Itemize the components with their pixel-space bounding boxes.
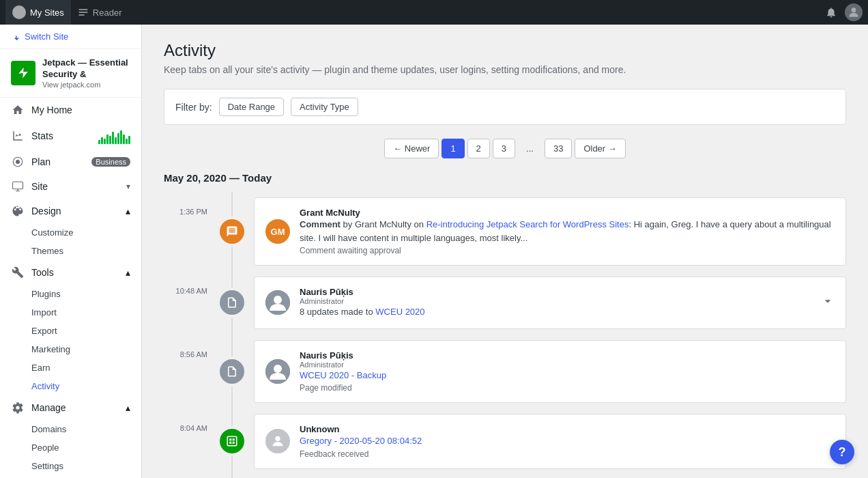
site-chevron-icon: ▾ — [126, 182, 130, 191]
plan-badge: Business — [91, 157, 130, 167]
activity-type-btn[interactable]: Activity Type — [291, 98, 358, 116]
sidebar-item-domains[interactable]: Domains — [0, 420, 141, 438]
page-1-btn[interactable]: 1 — [442, 139, 464, 158]
activity-user-name: Nauris Pūķis — [300, 287, 811, 297]
page-33-btn[interactable]: 33 — [545, 139, 572, 158]
svg-point-8 — [274, 365, 282, 373]
sidebar-item-wp-admin[interactable]: WP Admin — [0, 475, 141, 478]
activity-user-role: Administrator — [300, 361, 835, 369]
sidebar-item-site[interactable]: Site ▾ — [0, 174, 141, 199]
sidebar-item-people[interactable]: People — [0, 438, 141, 457]
activity-icon — [220, 359, 244, 384]
activity-description: WCEU 2020 - Backup — [300, 369, 835, 382]
page-desc: Keep tabs on all your site's activity — … — [164, 64, 846, 75]
my-sites-label: My Sites — [30, 8, 64, 18]
sidebar-item-earn[interactable]: Earn — [0, 358, 141, 377]
my-sites-btn[interactable]: My Sites — [5, 0, 71, 25]
time-stamp: 10:48 AM — [164, 271, 218, 335]
sidebar-item-export[interactable]: Export — [0, 322, 141, 340]
activity-info: Nauris Pūķis Administrator 8 updates mad… — [300, 287, 811, 319]
sidebar-item-customize[interactable]: Customize — [0, 223, 141, 242]
design-label: Design — [31, 206, 119, 216]
home-icon — [11, 103, 25, 117]
activity-description: Comment by Grant McNulty on Re-introduci… — [300, 218, 835, 244]
sidebar-item-settings[interactable]: Settings — [0, 457, 141, 475]
notifications-btn[interactable] — [820, 1, 842, 23]
svg-rect-13 — [233, 442, 235, 444]
activity-link[interactable]: Gregory - 2020-05-20 08:04:52 — [300, 436, 422, 446]
activity-icon — [220, 219, 244, 244]
svg-point-6 — [274, 296, 282, 304]
avatar: GM — [265, 219, 290, 244]
sidebar-item-my-home[interactable]: My Home — [0, 98, 141, 122]
wp-icon — [12, 5, 26, 19]
older-btn[interactable]: Older → — [575, 139, 625, 158]
site-icon — [11, 61, 35, 85]
svg-point-14 — [275, 436, 280, 441]
sidebar-item-design[interactable]: Design ▴ — [0, 199, 141, 223]
expand-btn[interactable] — [821, 294, 835, 311]
stats-label: Stats — [31, 130, 91, 141]
help-button[interactable]: ? — [830, 440, 854, 464]
table-row: 10:48 AM Nauris Pūķis — [164, 271, 846, 335]
manage-label: Manage — [31, 402, 119, 413]
timeline — [218, 192, 246, 271]
activity-list: 1:36 PM GM Grant McNulty — [164, 192, 846, 478]
tools-chevron-icon: ▴ — [126, 267, 130, 278]
page-2-btn[interactable]: 2 — [467, 139, 490, 158]
sidebar-item-stats[interactable]: Stats — [0, 122, 141, 150]
page-3-btn[interactable]: 3 — [493, 139, 515, 158]
activity-link[interactable]: WCEU 2020 - Backup — [300, 370, 386, 380]
newer-btn[interactable]: ← Newer — [384, 139, 439, 158]
time-stamp: 8:04 AM — [164, 408, 218, 475]
design-icon — [11, 204, 25, 218]
reader-label: Reader — [93, 8, 122, 18]
sidebar-item-manage[interactable]: Manage ▴ — [0, 395, 141, 420]
activity-sub-text: Feedback received — [300, 449, 835, 459]
switch-site-label: Switch Site — [25, 31, 68, 42]
site-header[interactable]: Jetpack — Essential Security & View jetp… — [0, 49, 141, 98]
activity-link[interactable]: Re-introducing Jetpack Search for WordPr… — [426, 219, 629, 229]
help-icon: ? — [839, 445, 846, 460]
activity-user-name: Grant McNulty — [300, 208, 835, 218]
plan-icon — [11, 155, 25, 169]
table-row: 7:30 AM Nauris Pūķis — [164, 475, 846, 479]
reader-btn[interactable]: Reader — [71, 0, 129, 25]
sidebar-item-tools[interactable]: Tools ▴ — [0, 260, 141, 285]
sidebar-item-import[interactable]: Import — [0, 303, 141, 322]
sidebar-item-plugins[interactable]: Plugins — [0, 285, 141, 303]
activity-user-name: Nauris Pūķis — [300, 350, 835, 361]
user-avatar[interactable] — [845, 3, 863, 21]
site-info: Jetpack — Essential Security & View jetp… — [42, 57, 130, 89]
sidebar-item-plan[interactable]: Plan Business — [0, 150, 141, 174]
plan-label: Plan — [31, 156, 85, 167]
sidebar-item-themes[interactable]: Themes — [0, 242, 141, 260]
manage-chevron-icon: ▴ — [126, 402, 130, 413]
activity-sub-text: Page modified — [300, 383, 835, 393]
tools-icon — [11, 266, 25, 279]
stats-mini-chart — [98, 128, 130, 144]
svg-rect-11 — [233, 439, 235, 441]
date-header: May 20, 2020 — Today — [164, 172, 846, 184]
list-item: Unknown Gregory - 2020-05-20 08:04:52 Fe… — [254, 414, 846, 469]
list-item: GM Grant McNulty Comment by Grant McNult… — [254, 197, 846, 266]
timeline — [218, 271, 246, 335]
activity-info: Unknown Gregory - 2020-05-20 08:04:52 Fe… — [300, 424, 835, 459]
pagination: ← Newer 1 2 3 ... 33 Older → — [164, 139, 846, 158]
sidebar-item-activity[interactable]: Activity — [0, 377, 141, 395]
layout: Switch Site Jetpack — Essential Security… — [0, 25, 868, 478]
timeline — [218, 335, 246, 409]
sidebar-item-marketing[interactable]: Marketing — [0, 340, 141, 358]
list-item: Nauris Pūķis Administrator WCEU 2020 - B… — [254, 340, 846, 404]
activity-user-name: Unknown — [300, 424, 835, 434]
avatar — [265, 359, 290, 384]
activity-info: Grant McNulty Comment by Grant McNulty o… — [300, 208, 835, 255]
activity-link[interactable]: WCEU 2020 — [375, 307, 424, 317]
site-nav-icon — [11, 180, 25, 193]
timeline — [218, 408, 246, 475]
switch-site-btn[interactable]: Switch Site — [0, 25, 141, 49]
activity-info: Nauris Pūķis Administrator WCEU 2020 - B… — [300, 350, 835, 393]
activity-description: Gregory - 2020-05-20 08:04:52 — [300, 434, 835, 448]
activity-user-role: Administrator — [300, 297, 811, 305]
date-range-btn[interactable]: Date Range — [219, 98, 284, 116]
